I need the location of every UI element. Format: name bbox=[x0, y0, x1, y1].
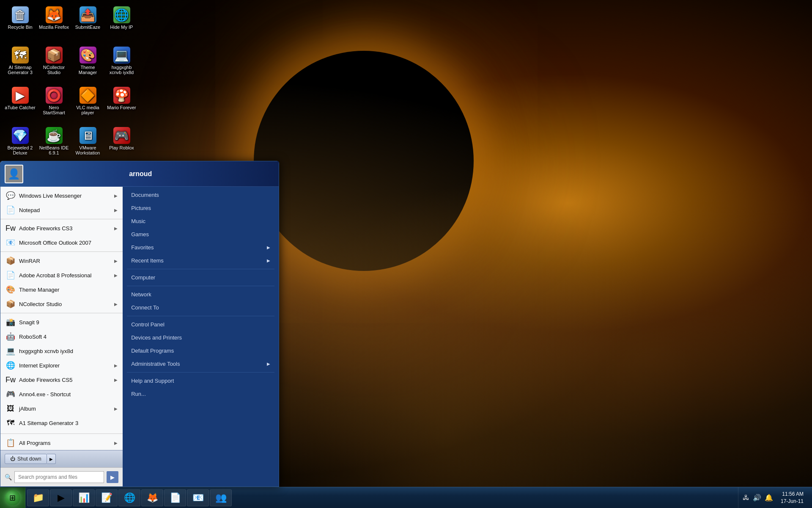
start-user-header: 👤 bbox=[0, 161, 123, 187]
right-item-computer[interactable]: Computer bbox=[123, 271, 279, 284]
right-label-control-panel: Control Panel bbox=[131, 321, 165, 328]
right-item-devices-printers[interactable]: Devices and Printers bbox=[123, 331, 279, 344]
prog-item-robosoft[interactable]: 🤖 RoboSoft 4 bbox=[0, 329, 123, 344]
start-menu-left: 👤 💬 Windows Live Messenger ▶ 📄 Notepad ▶… bbox=[0, 161, 123, 486]
right-label-admin-tools: Administrative Tools bbox=[131, 361, 180, 367]
icon-label-vmware: VMware Workstation bbox=[72, 145, 104, 155]
icon-label-netbeans-ide: NetBeans IDE 6.9.1 bbox=[38, 145, 70, 155]
prog-item-wlm[interactable]: 💬 Windows Live Messenger ▶ bbox=[0, 188, 123, 203]
desktop-icon-vlc-media-player[interactable]: 🔶 VLC media player bbox=[72, 85, 104, 123]
right-item-pictures[interactable]: Pictures bbox=[123, 202, 279, 215]
start-orb: ⊞ bbox=[5, 490, 20, 505]
desktop-icon-play-roblox[interactable]: 🎮 Play Roblox bbox=[106, 125, 137, 163]
right-item-documents[interactable]: Documents bbox=[123, 188, 279, 202]
prog-icon-snagit: 📸 bbox=[5, 317, 16, 327]
tray-network-icon[interactable]: 🖧 bbox=[743, 494, 749, 502]
all-programs-item[interactable]: 📋 All Programs ▶ bbox=[0, 436, 123, 450]
taskbar-item-word[interactable]: 📝 bbox=[96, 489, 118, 506]
clock[interactable]: 11:56 AM 17-Jun-11 bbox=[776, 491, 808, 505]
desktop-icon-ncollector-studio[interactable]: 📦 NCollector Studio bbox=[38, 44, 70, 83]
icon-img-theme-manager: 🎨 bbox=[80, 47, 96, 64]
prog-item-ie[interactable]: 🌐 Internet Explorer ▶ bbox=[0, 358, 123, 373]
icon-img-recycle-bin: 🗑 bbox=[12, 6, 29, 23]
right-item-network[interactable]: Network bbox=[123, 288, 279, 301]
prog-item-winrar[interactable]: 📦 WinRAR ▶ bbox=[0, 254, 123, 268]
desktop-icon-hxgg-xcnvb[interactable]: 💻 hxggxghb xcnvb iyx8d bbox=[106, 44, 137, 83]
taskbar-items: 📁▶📊📝🌐🦊📄📧👥 bbox=[25, 487, 738, 508]
tray-notification-icon[interactable]: 🔔 bbox=[765, 494, 773, 502]
right-label-connect-to: Connect To bbox=[131, 304, 159, 311]
prog-item-snagit[interactable]: 📸 Snagit 9 bbox=[0, 315, 123, 329]
prog-icon-ms-outlook: 📧 bbox=[5, 237, 16, 248]
shutdown-button[interactable]: ⏻ Shut down bbox=[5, 454, 47, 464]
prog-item-a1-sitemap[interactable]: 🗺 A1 Sitemap Generator 3 bbox=[0, 416, 123, 430]
prog-item-hxgg2[interactable]: 💻 hxggxghb xcnvb iyx8d bbox=[0, 344, 123, 358]
tray-volume-icon[interactable]: 🔊 bbox=[753, 494, 761, 502]
taskbar-item-dreamweaver[interactable]: 🌐 bbox=[118, 489, 140, 506]
taskbar-item-wmp[interactable]: ▶ bbox=[50, 489, 72, 506]
prog-item-adobe-fireworks-cs3[interactable]: Fw Adobe Fireworks CS3 ▶ bbox=[0, 221, 123, 235]
right-item-admin-tools[interactable]: Administrative Tools ▶ bbox=[123, 357, 279, 370]
prog-arrow-ncollector: ▶ bbox=[114, 302, 118, 306]
right-item-music[interactable]: Music bbox=[123, 215, 279, 228]
prog-item-jalbum[interactable]: 🖼 jAlbum ▶ bbox=[0, 401, 123, 416]
taskbar-item-excel[interactable]: 📊 bbox=[73, 489, 95, 506]
icon-label-nero-startsmart: Nero StartSmart bbox=[38, 105, 70, 115]
right-arrow-admin-tools: ▶ bbox=[267, 362, 270, 366]
taskbar-item-firefox-task[interactable]: 🦊 bbox=[141, 489, 163, 506]
all-programs-arrow: ▶ bbox=[114, 441, 118, 445]
right-item-connect-to[interactable]: Connect To bbox=[123, 301, 279, 314]
desktop-icon-submiteaze[interactable]: 📤 SubmitEaze bbox=[72, 4, 104, 42]
desktop-icon-vmware[interactable]: 🖥 VMware Workstation bbox=[72, 125, 104, 163]
desktop-icon-mozilla-firefox[interactable]: 🦊 Mozilla Firefox bbox=[38, 4, 70, 42]
taskbar-item-explorer[interactable]: 📁 bbox=[27, 489, 49, 506]
prog-label-hxgg2: hxggxghb xcnvb iyx8d bbox=[19, 348, 73, 354]
right-label-computer: Computer bbox=[131, 274, 155, 281]
desktop-icon-nero-startsmart[interactable]: ⭕ Nero StartSmart bbox=[38, 85, 70, 123]
taskbar: ⊞ 📁▶📊📝🌐🦊📄📧👥 🖧 🔊 🔔 11:56 AM 17-Jun-11 bbox=[0, 487, 812, 508]
prog-item-adobe-fw5[interactable]: Fw Adobe Fireworks CS5 ▶ bbox=[0, 373, 123, 387]
prog-item-ncollector[interactable]: 📦 NCollector Studio ▶ bbox=[0, 297, 123, 311]
icon-label-play-roblox: Play Roblox bbox=[109, 145, 134, 150]
desktop-icon-theme-manager[interactable]: 🎨 Theme Manager bbox=[72, 44, 104, 83]
right-item-run[interactable]: Run... bbox=[123, 387, 279, 400]
search-input[interactable] bbox=[14, 471, 104, 483]
right-item-control-panel[interactable]: Control Panel bbox=[123, 318, 279, 331]
prog-label-robosoft: RoboSoft 4 bbox=[19, 334, 47, 340]
desktop-icon-mario-forever[interactable]: 🍄 Mario Forever bbox=[106, 85, 137, 123]
right-item-games[interactable]: Games bbox=[123, 228, 279, 241]
start-menu: 👤 💬 Windows Live Messenger ▶ 📄 Notepad ▶… bbox=[0, 161, 279, 487]
right-arrow-favorites: ▶ bbox=[267, 245, 270, 250]
taskbar-item-notepad-task[interactable]: 📄 bbox=[164, 489, 186, 506]
desktop-icon-bejeweled[interactable]: 💎 Bejeweled 2 Deluxe bbox=[4, 125, 36, 163]
prog-label-ie: Internet Explorer bbox=[19, 362, 60, 369]
icon-img-vmware: 🖥 bbox=[80, 127, 96, 144]
prog-label-adobe-acrobat: Adobe Acrobat 8 Professional bbox=[19, 272, 91, 279]
desktop-icon-atube-catcher[interactable]: ▶ aTube Catcher bbox=[4, 85, 36, 123]
prog-item-adobe-acrobat[interactable]: 📄 Adobe Acrobat 8 Professional ▶ bbox=[0, 268, 123, 282]
right-item-favorites[interactable]: Favorites ▶ bbox=[123, 241, 279, 254]
right-label-documents: Documents bbox=[131, 192, 159, 198]
right-label-help-support: Help and Support bbox=[131, 378, 174, 384]
prog-arrow-wlm: ▶ bbox=[114, 193, 118, 198]
taskbar-item-contacts[interactable]: 👥 bbox=[210, 489, 232, 506]
desktop-icon-ai-sitemap[interactable]: 🗺 AI Sitemap Generator 3 bbox=[4, 44, 36, 83]
start-button[interactable]: ⊞ bbox=[0, 487, 25, 508]
right-item-help-support[interactable]: Help and Support bbox=[123, 374, 279, 387]
prog-item-anno4[interactable]: 🎮 Anno4.exe - Shortcut bbox=[0, 387, 123, 401]
shutdown-arrow-button[interactable]: ▶ bbox=[47, 454, 56, 464]
desktop-icon-netbeans-ide[interactable]: ☕ NetBeans IDE 6.9.1 bbox=[38, 125, 70, 163]
prog-icon-ie: 🌐 bbox=[5, 360, 16, 370]
all-programs-icon: 📋 bbox=[5, 438, 16, 448]
right-item-recent-items[interactable]: Recent Items ▶ bbox=[123, 254, 279, 267]
right-item-default-programs[interactable]: Default Programs bbox=[123, 344, 279, 357]
search-button[interactable]: ▶ bbox=[107, 471, 118, 483]
desktop-icon-recycle-bin[interactable]: 🗑 Recycle Bin bbox=[4, 4, 36, 42]
prog-label-notepad: Notepad bbox=[19, 207, 40, 213]
taskbar-item-outlook-task[interactable]: 📧 bbox=[187, 489, 209, 506]
prog-item-notepad[interactable]: 📄 Notepad ▶ bbox=[0, 203, 123, 217]
icon-img-netbeans-ide: ☕ bbox=[46, 127, 63, 144]
prog-item-theme-mgr[interactable]: 🎨 Theme Manager bbox=[0, 282, 123, 297]
desktop-icon-hide-my-ip[interactable]: 🌐 Hide My IP bbox=[106, 4, 137, 42]
prog-item-ms-outlook[interactable]: 📧 Microsoft Office Outlook 2007 bbox=[0, 235, 123, 250]
